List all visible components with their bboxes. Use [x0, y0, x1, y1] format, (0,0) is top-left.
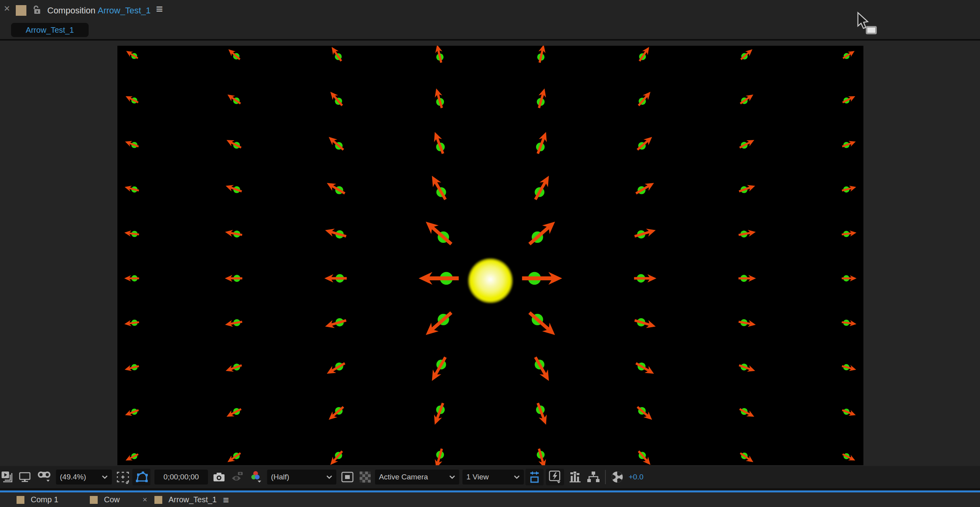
viewer-tab-arrow-test-1[interactable]: Arrow_Test_1 [11, 23, 89, 37]
chevron-down-icon [102, 475, 108, 479]
pixel-aspect-icon [527, 470, 542, 484]
region-of-interest-icon[interactable] [341, 472, 354, 483]
snapshot-camera-icon[interactable] [213, 472, 225, 483]
pixel-aspect-toggle[interactable] [525, 469, 544, 485]
tab-label: Arrow_Test_1 [169, 495, 217, 504]
timecode-value: 0;00;00;00 [163, 473, 199, 481]
vr-goggles-icon[interactable] [37, 470, 51, 484]
timeline-tab-bar: Comp 1 Cow × Arrow_Test_1 ≡ [0, 492, 980, 507]
panel-color-swatch [16, 5, 26, 16]
always-preview-icon[interactable] [1, 471, 13, 483]
exposure-value[interactable]: +0.0 [629, 473, 644, 481]
active-comp-name[interactable]: Arrow_Test_1 [98, 6, 151, 16]
tab-label: Cow [104, 495, 120, 504]
magnification-value: (49.4%) [60, 473, 86, 481]
chevron-down-icon [326, 475, 332, 479]
view-layout-value: 1 View [466, 473, 489, 481]
arrow-field-canvas [117, 46, 863, 465]
flowchart-icon[interactable] [587, 471, 600, 483]
comp-color-swatch [90, 496, 98, 504]
show-snapshot-icon[interactable] [231, 471, 244, 483]
composition-panel-body [0, 42, 980, 466]
close-icon[interactable]: × [4, 3, 10, 13]
channel-rgb-icon[interactable] [250, 470, 263, 484]
fast-previews-icon [548, 470, 562, 485]
viewport-toolbar: (49.4%) 0;00;00;00 [0, 466, 980, 488]
timeline-icon[interactable] [569, 471, 581, 483]
view-layout-dropdown[interactable]: 1 View [462, 470, 524, 485]
resolution-dropdown[interactable]: (Half) [267, 470, 336, 485]
close-tab-icon[interactable]: × [143, 495, 147, 504]
grid-guides-icon[interactable] [116, 470, 130, 484]
tab-menu-icon[interactable]: ≡ [223, 496, 229, 504]
tab-label: Comp 1 [31, 495, 58, 504]
timecode-field[interactable]: 0;00;00;00 [154, 470, 208, 485]
mask-shape-icon [134, 470, 149, 485]
unlocked-lock-icon[interactable] [32, 5, 43, 17]
chevron-down-icon [449, 475, 455, 479]
viewer-tab-label: Arrow_Test_1 [26, 26, 74, 35]
resolution-value: (Half) [271, 473, 289, 481]
fast-previews-button[interactable] [546, 469, 564, 485]
reset-exposure-icon[interactable] [611, 470, 624, 484]
panel-title: Composition [47, 6, 95, 16]
magnification-dropdown[interactable]: (49.4%) [56, 470, 112, 485]
toolbar-divider [605, 470, 606, 484]
timeline-tab-comp1[interactable]: Comp 1 [17, 495, 58, 504]
composition-panel-header: × Composition Arrow_Test_1 ≡ Arrow_Test_… [0, 0, 980, 41]
comp-color-swatch [154, 496, 162, 504]
3d-view-dropdown[interactable]: Active Camera [375, 470, 459, 485]
comp-color-swatch [17, 496, 24, 504]
3d-view-value: Active Camera [379, 473, 428, 481]
monitor-icon[interactable] [19, 471, 31, 483]
transparency-grid-icon[interactable] [359, 471, 371, 483]
timeline-tab-cow[interactable]: Cow [90, 495, 120, 504]
mask-visibility-toggle[interactable] [132, 469, 150, 485]
composition-viewport[interactable] [117, 46, 863, 465]
timeline-tab-arrow-test-1[interactable]: × Arrow_Test_1 ≡ [143, 495, 229, 504]
chevron-down-icon [514, 475, 520, 479]
panel-menu-icon[interactable]: ≡ [156, 2, 163, 16]
